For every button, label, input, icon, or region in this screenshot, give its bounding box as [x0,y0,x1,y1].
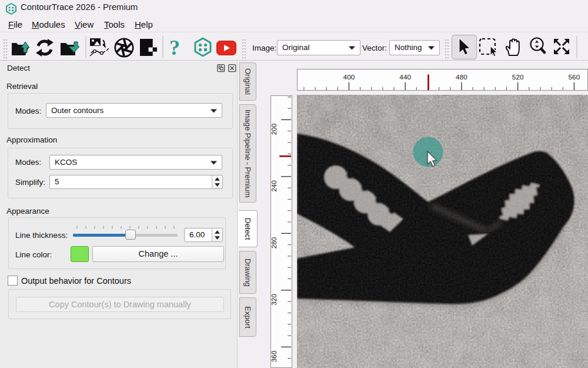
svg-text:240: 240 [270,180,278,192]
svg-text:480: 480 [456,73,467,81]
svg-text:360: 360 [270,350,278,362]
svg-text:400: 400 [343,73,355,81]
svg-text:200: 200 [270,123,278,135]
svg-text:280: 280 [270,237,278,248]
svg-text:440: 440 [399,73,411,81]
svg-text:520: 520 [512,73,524,81]
svg-text:320: 320 [270,294,278,306]
svg-text:560: 560 [569,73,580,81]
